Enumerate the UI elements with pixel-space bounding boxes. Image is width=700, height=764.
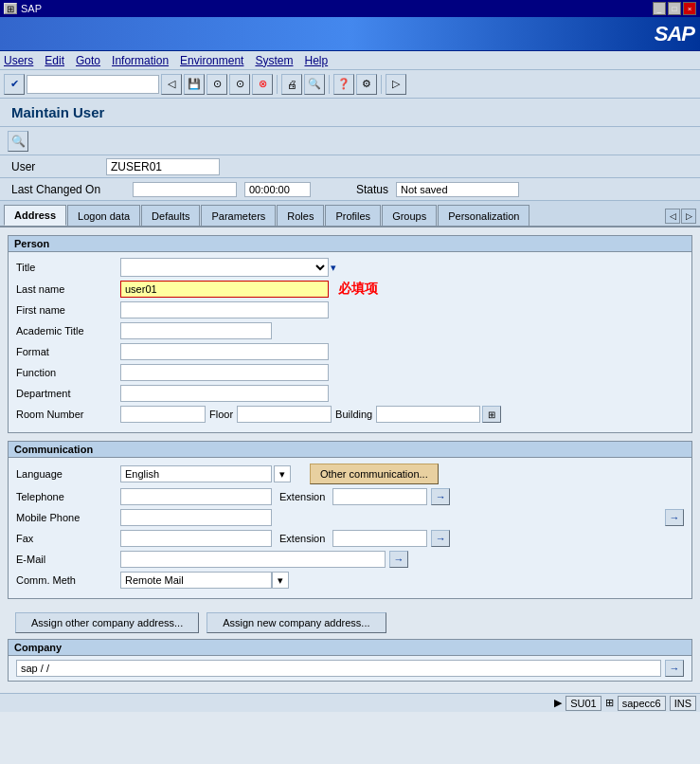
print-btn[interactable]: 🖨	[281, 74, 302, 95]
changed-label: Last Changed On	[11, 183, 125, 196]
room-label: Room Number	[16, 409, 120, 420]
tab-roles[interactable]: Roles	[277, 205, 324, 226]
fax-label: Fax	[16, 533, 120, 544]
tab-personalization[interactable]: Personalization	[438, 205, 529, 226]
company-buttons: Assign other company address... Assign n…	[8, 607, 692, 639]
company-lookup-btn[interactable]: →	[665, 660, 684, 677]
menu-system[interactable]: System	[255, 54, 293, 67]
assign-new-btn[interactable]: Assign new company address...	[206, 612, 386, 633]
required-annotation: 必填项	[338, 281, 378, 298]
page-title: Maintain User	[11, 104, 104, 120]
find-btn[interactable]: 🔍	[304, 74, 325, 95]
tab-logon[interactable]: Logon data	[67, 205, 140, 226]
building-lookup-btn[interactable]: ⊞	[482, 406, 501, 423]
room-input[interactable]	[120, 406, 206, 423]
language-row: Language ▾ Other communication...	[16, 464, 684, 484]
email-label: E-Mail	[16, 554, 120, 565]
separator2	[329, 75, 330, 94]
building-input[interactable]	[376, 406, 480, 423]
menu-users[interactable]: Users	[4, 54, 33, 67]
academic-title-row: Academic Title	[16, 322, 684, 339]
sap-logo: SAP	[655, 22, 694, 46]
fax-ext-label: Extension	[279, 533, 325, 544]
telephone-ext-input[interactable]	[332, 488, 427, 505]
lastname-input[interactable]	[120, 281, 329, 298]
telephone-arrow-btn[interactable]: →	[431, 488, 450, 505]
telephone-label: Telephone	[16, 491, 120, 502]
menu-help[interactable]: Help	[304, 54, 328, 67]
menu-information[interactable]: Information	[112, 54, 169, 67]
user-label: User	[11, 160, 106, 173]
floor-input[interactable]	[237, 406, 332, 423]
mobile-arrow-btn[interactable]: →	[665, 509, 684, 526]
comm-meth-lookup-btn[interactable]: ▾	[272, 572, 289, 589]
settings-btn[interactable]: ⚙	[356, 74, 377, 95]
tab-nav-left[interactable]: ◁	[665, 209, 680, 224]
nav-btn1[interactable]: ⊙	[206, 74, 227, 95]
tab-groups[interactable]: Groups	[382, 205, 437, 226]
search-icon[interactable]: 🔍	[8, 131, 28, 152]
assign-other-btn[interactable]: Assign other company address...	[15, 612, 199, 633]
separator1	[277, 75, 278, 94]
lastname-row: Last name 必填项	[16, 281, 684, 298]
page-header: Maintain User	[0, 99, 700, 127]
status-system: sapecc6	[618, 696, 666, 711]
department-input[interactable]	[120, 385, 329, 402]
email-arrow-btn[interactable]: →	[389, 551, 408, 568]
close-btn[interactable]: ×	[683, 2, 696, 15]
email-row: E-Mail →	[16, 551, 684, 568]
other-communication-btn[interactable]: Other communication...	[310, 464, 439, 484]
comm-meth-input[interactable]	[120, 572, 272, 589]
person-section-title: Person	[9, 236, 691, 252]
email-input[interactable]	[120, 551, 386, 568]
tab-nav-right[interactable]: ▷	[681, 209, 696, 224]
tab-defaults[interactable]: Defaults	[141, 205, 200, 226]
fax-input[interactable]	[120, 530, 272, 547]
function-row: Function	[16, 364, 684, 381]
nav-btn2[interactable]: ⊙	[229, 74, 250, 95]
firstname-input[interactable]	[120, 301, 329, 318]
department-label: Department	[16, 388, 120, 399]
tab-profiles[interactable]: Profiles	[325, 205, 381, 226]
format-input[interactable]	[120, 343, 329, 360]
fax-row: Fax Extension →	[16, 530, 684, 547]
back-btn[interactable]: ✔	[4, 74, 25, 95]
changed-time[interactable]	[244, 182, 311, 197]
nav-prev-btn[interactable]: ◁	[161, 74, 182, 95]
menu-goto[interactable]: Goto	[76, 54, 100, 67]
fax-arrow-btn[interactable]: →	[431, 530, 450, 547]
menu-environment[interactable]: Environment	[180, 54, 243, 67]
telephone-input[interactable]	[120, 488, 272, 505]
status-value[interactable]	[396, 182, 519, 197]
company-input[interactable]	[16, 660, 661, 677]
maximize-btn[interactable]: □	[668, 2, 681, 15]
academic-title-input[interactable]	[120, 322, 272, 339]
title-lookup-btn[interactable]: ▾	[331, 262, 336, 274]
stop-btn[interactable]: ⊗	[252, 74, 273, 95]
window-controls: _ □ ×	[653, 2, 696, 15]
nav-forward-btn[interactable]: ▷	[386, 74, 406, 95]
changed-date[interactable]	[133, 182, 237, 197]
mobile-input[interactable]	[120, 509, 272, 526]
language-lookup-btn[interactable]: ▾	[274, 465, 291, 482]
language-label: Language	[16, 468, 120, 480]
save-btn[interactable]: 💾	[184, 74, 205, 95]
help-btn[interactable]: ❓	[333, 74, 354, 95]
tab-parameters[interactable]: Parameters	[201, 205, 276, 226]
function-input[interactable]	[120, 364, 329, 381]
title-select[interactable]	[120, 258, 329, 277]
status-label: Status	[356, 183, 388, 196]
user-value[interactable]	[106, 158, 220, 175]
minimize-btn[interactable]: _	[653, 2, 666, 15]
language-input[interactable]	[120, 465, 272, 482]
department-row: Department	[16, 385, 684, 402]
tab-address[interactable]: Address	[4, 205, 66, 226]
telephone-ext-label: Extension	[279, 491, 325, 502]
title-row: Title ▾	[16, 258, 684, 277]
communication-section: Communication Language ▾ Other communica…	[8, 441, 692, 599]
command-input[interactable]	[27, 75, 159, 94]
action-bar: 🔍	[0, 127, 700, 155]
status-bar: ▶ SU01 ⊞ sapecc6 INS	[0, 693, 700, 712]
menu-edit[interactable]: Edit	[45, 54, 64, 67]
fax-ext-input[interactable]	[332, 530, 427, 547]
